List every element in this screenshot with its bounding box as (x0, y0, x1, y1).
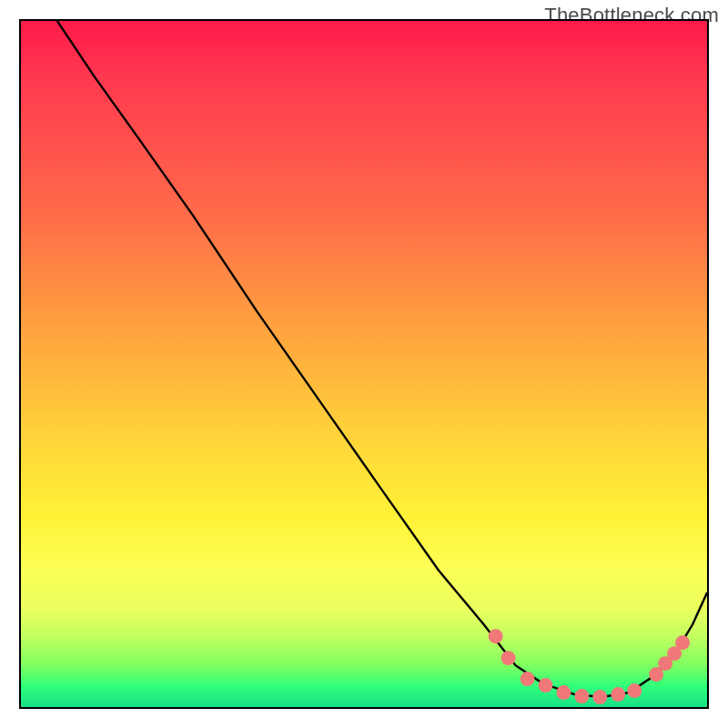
curve-layer (21, 21, 707, 707)
curve-marker (521, 672, 535, 686)
bottleneck-curve (57, 21, 707, 697)
curve-marker (538, 678, 552, 693)
curve-marker (501, 651, 516, 665)
curve-marker (489, 629, 503, 643)
curve-marker (675, 635, 690, 650)
curve-marker (556, 685, 571, 700)
curve-marker (627, 683, 642, 698)
curve-marker (574, 689, 589, 703)
plot-area (19, 19, 709, 709)
curve-marker (611, 687, 625, 702)
chart-container: TheBottleneck.com (0, 0, 728, 728)
curve-marker (592, 690, 607, 704)
